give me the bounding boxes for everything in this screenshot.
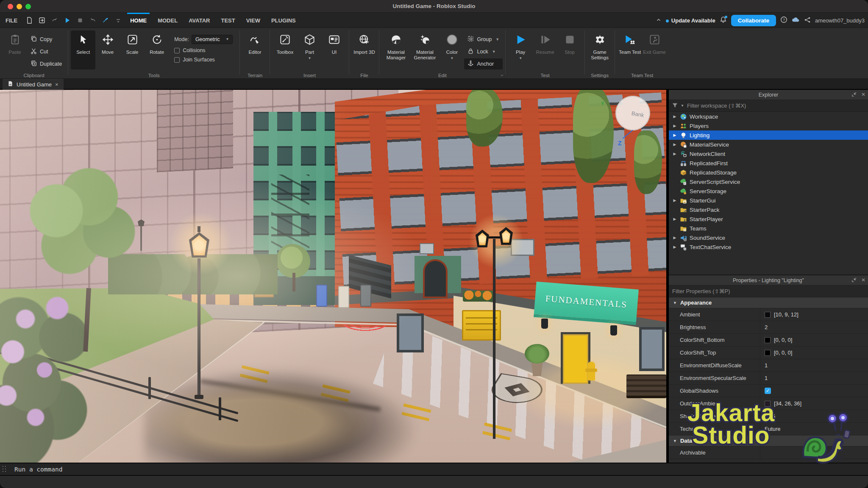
paste-button[interactable]: Paste <box>3 30 27 69</box>
duplicate-button[interactable]: Duplicate <box>27 58 65 69</box>
properties-filter-input[interactable]: Filter Properties (⇧⌘P) <box>669 286 868 297</box>
new-file-icon[interactable] <box>23 13 36 28</box>
tree-item-players[interactable]: ▶Players <box>669 121 868 130</box>
explorer-header[interactable]: Explorer ✕ <box>669 90 868 100</box>
command-input[interactable]: Run a command <box>14 466 63 473</box>
redo-icon[interactable] <box>48 13 61 28</box>
collaborate-button[interactable]: Collaborate <box>731 15 776 26</box>
rotate-tool-button[interactable]: Rotate <box>145 30 169 69</box>
stop-button[interactable]: Stop <box>557 30 582 69</box>
section-appearance[interactable]: ▼Appearance <box>669 297 868 308</box>
edit-dialog-launcher-icon[interactable]: ⌐ <box>501 73 504 78</box>
lock-dropdown-caret[interactable]: ▼ <box>492 50 496 54</box>
terrain-editor-button[interactable]: Editor <box>242 30 267 69</box>
team-test-icon <box>624 34 636 47</box>
ui-button[interactable]: UI <box>322 30 346 69</box>
tab-plugins[interactable]: PLUGINS <box>266 13 301 28</box>
game-settings-button[interactable]: Game Settings <box>587 30 612 69</box>
cut-button[interactable]: Cut <box>27 46 65 57</box>
lock-button[interactable]: Lock▼ <box>464 46 503 57</box>
team-test-button[interactable]: Team Test <box>618 30 642 69</box>
material-generator-button[interactable]: Material Generator <box>410 30 440 69</box>
anchor-button[interactable]: Anchor <box>464 58 503 69</box>
mode-dropdown[interactable]: Geometric▼ <box>192 35 233 44</box>
update-available[interactable]: Update Available <box>666 17 715 24</box>
quick-stop-icon[interactable] <box>74 13 86 28</box>
section-data[interactable]: ▼Data <box>669 435 868 446</box>
undock-icon[interactable] <box>851 92 857 98</box>
collisions-checkbox[interactable]: Collisions <box>174 47 233 53</box>
select-tool-button[interactable]: Select <box>71 30 95 69</box>
tree-item-workspace[interactable]: ▶Workspace <box>669 112 868 121</box>
plugin-tools-icon[interactable] <box>99 13 112 28</box>
tree-item-server-storage[interactable]: ServerStorage <box>669 186 868 196</box>
ribbon-group-insert: Toolbox Part ▼ UI Insert <box>270 28 349 79</box>
play-button[interactable]: Play ▼ <box>508 30 533 69</box>
color-swatch[interactable] <box>765 350 771 356</box>
scale-tool-button[interactable]: Scale <box>120 30 145 69</box>
move-tool-button[interactable]: Move <box>95 30 120 69</box>
color-swatch[interactable] <box>765 312 771 318</box>
collapse-ribbon-icon[interactable] <box>656 17 662 24</box>
tab-model[interactable]: MODEL <box>152 13 183 28</box>
undock-icon[interactable] <box>851 277 857 284</box>
tree-item-teams[interactable]: Teams <box>669 224 868 233</box>
tree-item-replicated-first[interactable]: ReplicatedFirst <box>669 158 868 168</box>
tree-item-material-service[interactable]: ▶MaterialService <box>669 140 868 149</box>
color-swatch[interactable] <box>765 337 771 343</box>
properties-header[interactable]: Properties - Lighting "Lighting" ✕ <box>669 275 868 286</box>
group-dropdown-caret[interactable]: ▼ <box>495 37 499 42</box>
tree-item-sound-service[interactable]: ▶SoundService <box>669 233 868 242</box>
join-surfaces-checkbox[interactable]: Join Surfaces <box>174 57 233 63</box>
cloud-sync-icon[interactable] <box>792 17 800 24</box>
tab-home[interactable]: HOME <box>125 13 152 28</box>
lamp-finial <box>198 226 200 232</box>
tree-item-text-chat-service[interactable]: ▶TextChatService <box>669 242 868 252</box>
explorer-filter-input[interactable]: ▼ Filter workspace (⇧⌘X) <box>669 100 868 112</box>
viewport-3d[interactable]: FUNDAMENTALS Bank Y <box>0 90 666 463</box>
color-dropdown-caret[interactable]: ▼ <box>450 58 453 59</box>
exit-game-button[interactable]: Exit Game <box>642 30 667 69</box>
help-icon[interactable]: ? <box>780 16 787 25</box>
part-dropdown-caret[interactable]: ▼ <box>308 58 311 59</box>
color-swatch[interactable] <box>765 401 771 407</box>
tree-item-starter-player[interactable]: ▶StarterPlayer <box>669 214 868 224</box>
tree-item-replicated-storage[interactable]: ReplicatedStorage <box>669 168 868 177</box>
tree-item-server-script-service[interactable]: ServerScriptService <box>669 177 868 186</box>
notifications-bell-icon[interactable] <box>720 16 727 25</box>
tab-view[interactable]: VIEW <box>241 13 266 28</box>
scene: FUNDAMENTALS Bank Y <box>0 90 666 463</box>
command-bar[interactable]: Run a command <box>0 463 868 475</box>
tree-item-starter-gui[interactable]: ▶StarterGui <box>669 196 868 205</box>
tree-item-network-client[interactable]: ▶NetworkClient <box>669 149 868 158</box>
checkbox-checked[interactable]: ✓ <box>765 388 771 394</box>
customize-chevron-icon[interactable] <box>112 13 125 28</box>
import-3d-button[interactable]: Import 3D <box>352 30 376 69</box>
resume-button[interactable]: Resume <box>533 30 557 69</box>
part-button[interactable]: Part ▼ <box>297 30 322 69</box>
undo-icon[interactable] <box>86 13 99 28</box>
menu-file[interactable]: FILE <box>0 13 23 28</box>
tab-close-icon[interactable]: × <box>55 81 58 88</box>
doc-tab-untitled-game[interactable]: Untitled Game × <box>3 79 64 90</box>
property-row-outdoor-ambient: OutdoorAmbient[34, 26, 36] <box>669 397 868 410</box>
username[interactable]: ameowth07_buddy3 <box>815 17 865 24</box>
group-button[interactable]: Group▼ <box>464 34 503 45</box>
tree-item-lighting[interactable]: ▶Lighting <box>669 130 868 140</box>
material-manager-button[interactable]: Material Manager <box>382 30 410 69</box>
tab-test[interactable]: TEST <box>215 13 240 28</box>
color-button[interactable]: Color ▼ <box>440 30 464 69</box>
open-file-icon[interactable] <box>36 13 48 28</box>
close-panel-icon[interactable]: ✕ <box>861 92 865 98</box>
tab-avatar[interactable]: AVATAR <box>183 13 215 28</box>
tree-item-starter-pack[interactable]: StarterPack <box>669 205 868 214</box>
copy-button[interactable]: Copy <box>27 34 65 45</box>
menubar: FILE HOME MODEL AVATAR TEST VIEW PLUGINS… <box>0 13 868 28</box>
close-panel-icon[interactable]: ✕ <box>861 277 865 284</box>
play-dropdown-caret[interactable]: ▼ <box>519 58 522 59</box>
drag-handle-icon[interactable] <box>2 465 7 474</box>
toolbox-button[interactable]: Toolbox <box>273 30 297 69</box>
share-icon[interactable] <box>804 17 811 25</box>
quick-play-icon[interactable] <box>61 13 74 28</box>
fire-hydrant <box>587 362 595 380</box>
